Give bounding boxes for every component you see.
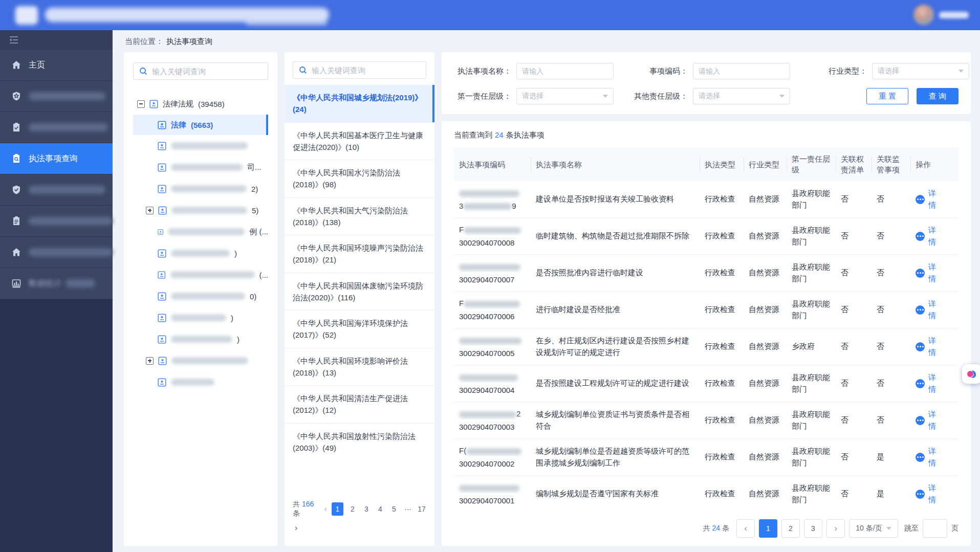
law-item[interactable]: 《中华人民共和国放射性污染防治法(2003)》(49)	[285, 423, 434, 461]
industry-cell: 自然资源	[744, 488, 787, 500]
tree-node-law-selected[interactable]: 法律 (5663)	[133, 115, 268, 135]
more-dots-icon[interactable]	[916, 453, 925, 462]
page-button-3[interactable]: 3	[804, 519, 822, 538]
avatar[interactable]	[913, 5, 934, 25]
more-dots-icon[interactable]	[916, 305, 925, 315]
sidebar-item-label-blurred	[29, 248, 113, 256]
main-area: 当前位置：执法事项查询 法律法规 (39458) 法律 (5663)	[113, 30, 980, 552]
next-page-button[interactable]: ›	[826, 519, 845, 538]
operation-cell: 详情	[910, 482, 948, 505]
detail-link[interactable]: 详情	[928, 188, 943, 211]
law-doc-icon	[158, 292, 166, 301]
law-item-selected[interactable]: 《中华人民共和国城乡规划法(2019)》(24)	[285, 85, 434, 122]
more-dots-icon[interactable]	[916, 490, 925, 499]
sidebar-item-blurred-2[interactable]	[0, 112, 113, 143]
tree-node-blurred[interactable]	[133, 350, 268, 371]
more-dots-icon[interactable]	[916, 379, 925, 388]
sidebar-item-law-matter-query[interactable]: 执法事项查询	[0, 143, 113, 174]
sidebar-item-home[interactable]: 主页	[0, 50, 113, 81]
law-item[interactable]: 《中华人民共和国清洁生产促进法(2012)》(12)	[285, 385, 434, 423]
more-dots-icon[interactable]	[916, 342, 925, 351]
detail-link[interactable]: 详情	[928, 261, 943, 284]
search-icon	[139, 67, 147, 75]
more-dots-icon[interactable]	[916, 195, 925, 204]
tree-node-count: (5663)	[191, 121, 213, 129]
law-item[interactable]: 《中华人民共和国大气污染防治法(2018)》(138)	[285, 197, 434, 235]
law-item[interactable]: 《中华人民共和国水污染防治法(2018)》(98)	[285, 160, 434, 197]
more-dots-icon[interactable]	[916, 269, 925, 278]
more-dots-icon[interactable]	[916, 416, 925, 425]
page-button-2[interactable]: 2	[781, 519, 800, 538]
tree-node-blurred[interactable]: )	[133, 328, 268, 350]
industry-cell: 自然资源	[744, 193, 787, 205]
detail-link[interactable]: 详情	[928, 372, 943, 395]
level-cell: 县政府职能部门	[787, 298, 836, 321]
user-area	[913, 5, 969, 25]
tree-node-blurred[interactable]: 0)	[133, 285, 268, 307]
sidebar-item-blurred-5[interactable]	[0, 237, 113, 268]
sidebar-item-blurred-4[interactable]	[0, 206, 113, 237]
expand-plus-icon[interactable]	[146, 207, 154, 214]
filter-label: 事项编码：	[630, 67, 688, 76]
detail-link[interactable]: 详情	[928, 482, 943, 505]
matter-name-cell: 临时建筑物、构筑物是否超过批准期限不拆除	[531, 230, 700, 242]
page-size-select[interactable]: 10 条/页	[849, 519, 898, 538]
law-doc-icon	[158, 314, 166, 322]
page-button-5[interactable]: 5	[389, 505, 399, 513]
law-item[interactable]: 《中华人民共和国环境噪声污染防治法(2018)》(21)	[285, 235, 434, 273]
tree-node-blurred[interactable]: 例 (...	[133, 221, 268, 242]
prev-page-icon[interactable]: ‹	[324, 504, 327, 514]
query-button[interactable]: 查 询	[917, 88, 959, 104]
law-item[interactable]: 《中华人民共和国环境影响评价法(2018)》(13)	[285, 348, 434, 386]
matter-code-input[interactable]	[693, 63, 790, 79]
tree-node-blurred[interactable]: 5)	[133, 200, 268, 221]
sidebar-item-blurred-1[interactable]	[0, 81, 113, 112]
tree-node-blurred[interactable]	[133, 135, 268, 157]
tree-node-blurred[interactable]: 2)	[133, 178, 268, 200]
tree-node-root[interactable]: 法律法规 (39458)	[133, 93, 268, 115]
law-item[interactable]: 《中华人民共和国基本医疗卫生与健康促进法(2020)》(10)	[285, 122, 434, 160]
sidebar-item-statistics[interactable]: 数据统计	[0, 268, 113, 299]
sidebar-item-blurred-3[interactable]	[0, 174, 113, 206]
detail-link[interactable]: 详情	[928, 335, 943, 358]
jump-page-input[interactable]	[923, 519, 947, 538]
page-button-1[interactable]: 1	[759, 519, 777, 538]
floating-assistant-button[interactable]	[962, 364, 980, 384]
detail-link[interactable]: 详情	[928, 446, 943, 469]
next-page-icon[interactable]: ›	[295, 523, 297, 533]
more-dots-icon[interactable]	[916, 232, 925, 241]
page-button-17[interactable]: 17	[417, 505, 426, 513]
detail-link[interactable]: 详情	[928, 298, 943, 321]
page-button-2[interactable]: 2	[348, 505, 357, 513]
tree-node-blurred[interactable]: )	[133, 307, 268, 328]
dropdown-caret-icon	[886, 527, 891, 530]
collapse-minus-icon[interactable]	[137, 100, 145, 108]
page-button-4[interactable]: 4	[376, 505, 385, 513]
detail-link[interactable]: 详情	[928, 409, 943, 432]
first-level-select[interactable]: 请选择	[516, 88, 614, 104]
breadcrumb-current-page: 执法事项查询	[166, 37, 212, 46]
expand-plus-icon[interactable]	[146, 357, 154, 365]
page-button-3[interactable]: 3	[362, 505, 371, 513]
industry-type-select[interactable]: 请选择	[872, 63, 969, 79]
law-item[interactable]: 《中华人民共和国固体废物污染环境防治法(2020)》(116)	[285, 273, 434, 311]
law-search-input[interactable]	[312, 66, 420, 75]
tree-search-input[interactable]	[152, 67, 262, 76]
prev-page-button[interactable]: ‹	[736, 519, 755, 538]
law-item[interactable]: 《中华人民共和国海洋环境保护法(2017)》(52)	[285, 310, 434, 348]
tree-node-blurred[interactable]	[133, 371, 268, 393]
other-level-select[interactable]: 请选择	[693, 88, 790, 104]
tree-node-blurred[interactable]: 司...	[133, 157, 268, 178]
reset-button[interactable]: 重 置	[866, 88, 908, 104]
matter-name-input[interactable]	[516, 63, 614, 79]
enforce-type-cell: 行政检查	[700, 304, 744, 316]
clipboard-check-icon	[11, 122, 21, 133]
filter-other-level: 其他责任层级： 请选择	[630, 88, 810, 104]
page-ellipsis[interactable]: ···	[403, 505, 412, 513]
tree-node-blurred[interactable]: (...	[133, 264, 268, 285]
tree-node-blurred[interactable]: )	[133, 242, 268, 264]
law-search-box	[293, 61, 426, 79]
sidebar-collapse-button[interactable]	[0, 30, 113, 50]
page-button-1[interactable]: 1	[332, 502, 343, 516]
detail-link[interactable]: 详情	[928, 225, 943, 248]
